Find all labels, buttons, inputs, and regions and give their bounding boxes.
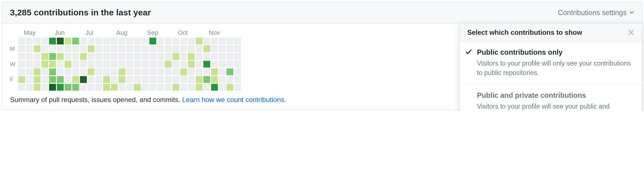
contribution-day[interactable] — [203, 53, 210, 60]
contribution-day[interactable] — [26, 45, 33, 52]
contribution-day[interactable] — [134, 38, 141, 44]
contribution-day[interactable] — [103, 61, 110, 68]
contribution-day[interactable] — [142, 53, 149, 60]
contribution-day[interactable] — [103, 38, 110, 44]
contribution-day[interactable] — [49, 53, 56, 60]
contribution-day[interactable] — [157, 61, 164, 68]
contribution-day[interactable] — [196, 68, 202, 75]
contribution-day[interactable] — [88, 61, 95, 68]
contribution-day[interactable] — [142, 61, 149, 68]
contribution-day[interactable] — [65, 76, 71, 83]
contribution-day[interactable] — [49, 84, 56, 91]
contribution-day[interactable] — [18, 84, 25, 91]
contribution-day[interactable] — [219, 45, 226, 52]
contribution-day[interactable] — [80, 84, 87, 91]
contribution-day[interactable] — [180, 53, 187, 60]
contribution-day[interactable] — [126, 53, 133, 60]
contribution-day[interactable] — [65, 38, 71, 44]
contribution-day[interactable] — [65, 68, 71, 75]
contribution-day[interactable] — [157, 84, 164, 91]
contribution-day[interactable] — [157, 68, 164, 75]
contribution-day[interactable] — [226, 38, 233, 44]
contribution-day[interactable] — [157, 38, 164, 44]
contribution-day[interactable] — [41, 61, 48, 68]
contribution-day[interactable] — [180, 68, 187, 75]
contribution-day[interactable] — [72, 38, 79, 44]
contribution-day[interactable] — [95, 38, 102, 44]
contribution-day[interactable] — [188, 68, 195, 75]
contribution-day[interactable] — [149, 53, 156, 60]
contribution-day[interactable] — [196, 84, 202, 91]
contribution-day[interactable] — [172, 45, 179, 52]
contribution-day[interactable] — [57, 45, 64, 52]
contribution-day[interactable] — [165, 76, 172, 83]
contribution-day[interactable] — [119, 38, 125, 44]
contribution-day[interactable] — [95, 76, 102, 83]
contribution-day[interactable] — [26, 68, 33, 75]
contribution-day[interactable] — [157, 76, 164, 83]
contribution-day[interactable] — [49, 61, 56, 68]
contribution-day[interactable] — [134, 45, 141, 52]
contribution-day[interactable] — [219, 68, 226, 75]
contribution-day[interactable] — [119, 61, 125, 68]
contribution-day[interactable] — [41, 84, 48, 91]
contribution-day[interactable] — [234, 45, 241, 52]
contribution-day[interactable] — [80, 61, 87, 68]
contribution-day[interactable] — [95, 45, 102, 52]
contribution-day[interactable] — [142, 68, 149, 75]
contribution-day[interactable] — [134, 84, 141, 91]
contribution-day[interactable] — [111, 76, 118, 83]
contribution-day[interactable] — [34, 84, 41, 91]
contribution-day[interactable] — [203, 68, 210, 75]
contribution-day[interactable] — [219, 76, 226, 83]
contribution-day[interactable] — [119, 84, 125, 91]
contribution-day[interactable] — [196, 61, 202, 68]
contribution-day[interactable] — [49, 76, 56, 83]
contribution-day[interactable] — [72, 61, 79, 68]
contribution-day[interactable] — [149, 38, 156, 44]
contribution-day[interactable] — [149, 61, 156, 68]
contribution-day[interactable] — [211, 38, 218, 44]
contribution-day[interactable] — [219, 53, 226, 60]
contribution-day[interactable] — [188, 53, 195, 60]
contribution-day[interactable] — [41, 76, 48, 83]
contribution-day[interactable] — [103, 76, 110, 83]
contribution-day[interactable] — [65, 53, 71, 60]
contribution-day[interactable] — [95, 53, 102, 60]
contribution-day[interactable] — [103, 68, 110, 75]
contribution-day[interactable] — [226, 84, 233, 91]
contribution-day[interactable] — [95, 84, 102, 91]
contribution-day[interactable] — [234, 68, 241, 75]
contribution-day[interactable] — [49, 45, 56, 52]
dropdown-option-public-private[interactable]: Public and private contributions Visitor… — [460, 85, 642, 111]
contribution-day[interactable] — [34, 53, 41, 60]
contribution-day[interactable] — [149, 68, 156, 75]
contribution-day[interactable] — [196, 53, 202, 60]
contribution-day[interactable] — [111, 53, 118, 60]
contribution-day[interactable] — [226, 61, 233, 68]
contribution-day[interactable] — [226, 53, 233, 60]
contribution-day[interactable] — [57, 61, 64, 68]
contribution-day[interactable] — [203, 76, 210, 83]
contribution-day[interactable] — [165, 61, 172, 68]
contribution-day[interactable] — [226, 45, 233, 52]
contribution-day[interactable] — [157, 53, 164, 60]
contribution-day[interactable] — [26, 38, 33, 44]
contribution-day[interactable] — [180, 45, 187, 52]
contribution-day[interactable] — [149, 84, 156, 91]
dropdown-option-public-only[interactable]: Public contributions only Visitors to yo… — [460, 42, 642, 85]
contribution-day[interactable] — [126, 84, 133, 91]
contribution-day[interactable] — [18, 45, 25, 52]
contribution-day[interactable] — [172, 38, 179, 44]
contribution-day[interactable] — [211, 61, 218, 68]
contribution-day[interactable] — [188, 45, 195, 52]
contribution-day[interactable] — [34, 61, 41, 68]
contribution-day[interactable] — [157, 45, 164, 52]
contribution-day[interactable] — [57, 76, 64, 83]
contribution-day[interactable] — [172, 53, 179, 60]
contribution-day[interactable] — [180, 76, 187, 83]
contribution-day[interactable] — [18, 61, 25, 68]
contribution-day[interactable] — [88, 68, 95, 75]
contribution-day[interactable] — [234, 53, 241, 60]
contribution-day[interactable] — [134, 61, 141, 68]
